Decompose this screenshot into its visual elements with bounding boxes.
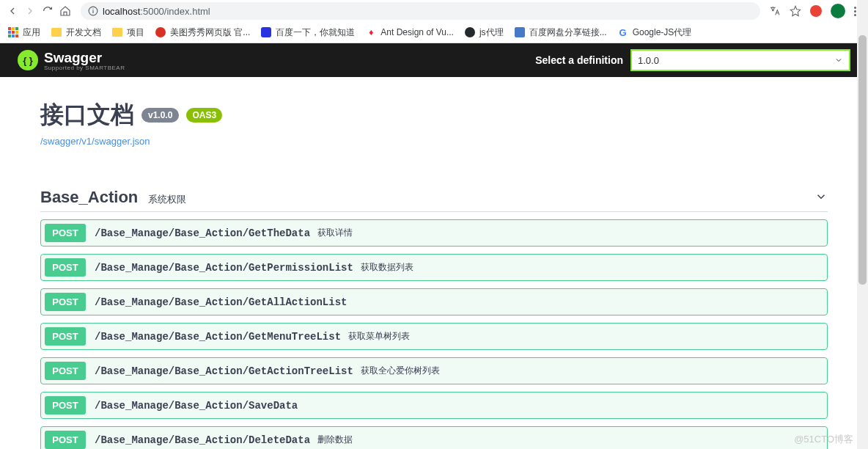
operation-row[interactable]: POST/Base_Manage/Base_Action/GetAllActio… (40, 288, 828, 315)
operation-path: /Base_Manage/Base_Action/DeleteData (95, 434, 310, 446)
bookmark-label: js代理 (479, 26, 504, 39)
bookmark-label: 百度网盘分享链接... (529, 26, 607, 39)
bookmark-label: 应用 (23, 26, 40, 39)
operation-desc: 获取详情 (317, 227, 353, 239)
operation-path: /Base_Manage/Base_Action/GetTheData (95, 227, 310, 239)
bookmark-docs[interactable]: 开发文档 (51, 26, 101, 39)
http-method-badge: POST (45, 224, 86, 242)
bookmark-label: Google-JS代理 (633, 26, 692, 39)
operation-path: /Base_Manage/Base_Action/SaveData (95, 400, 298, 412)
extension-icon-1[interactable] (810, 5, 822, 17)
http-method-badge: POST (45, 327, 86, 346)
definition-value: 1.0.0 (638, 55, 659, 66)
right-icons (769, 4, 862, 18)
http-method-badge: POST (45, 396, 86, 415)
forward-icon[interactable] (23, 4, 37, 18)
operation-row[interactable]: POST/Base_Manage/Base_Action/GetPermissi… (40, 254, 828, 281)
tag-name: Base_Action (40, 188, 138, 207)
swagger-brand-sub: Supported by SMARTBEAR (44, 65, 125, 71)
api-title: 接口文档 (40, 99, 134, 131)
operation-path: /Base_Manage/Base_Action/GetMenuTreeList (95, 331, 341, 343)
oas-badge: OAS3 (186, 108, 222, 123)
bookmark-baidu[interactable]: 百度一下，你就知道 (260, 26, 355, 39)
definition-label: Select a definition (535, 54, 623, 66)
swagger-logo[interactable]: { } Swagger Supported by SMARTBEAR (18, 50, 125, 71)
browser-chrome: localhost:5000/index.html 应用 开发文档 项目 美图秀… (0, 0, 868, 43)
home-icon[interactable] (59, 4, 72, 18)
operation-path: /Base_Manage/Base_Action/GetPermissionLi… (95, 262, 353, 274)
chevron-down-icon (834, 56, 843, 65)
bookmark-label: 项目 (127, 26, 144, 39)
bookmark-projects[interactable]: 项目 (111, 26, 144, 39)
definition-selector: Select a definition 1.0.0 (535, 49, 850, 71)
scrollbar-thumb[interactable] (858, 35, 867, 285)
operation-desc: 删除数据 (317, 434, 353, 446)
bookmark-jsproxy[interactable]: js代理 (464, 26, 504, 39)
back-icon[interactable] (6, 4, 19, 18)
swagger-badge-icon: { } (18, 50, 38, 70)
swagger-topbar: { } Swagger Supported by SMARTBEAR Selec… (0, 43, 868, 77)
translate-icon[interactable] (769, 5, 781, 17)
operation-desc: 获取全心爱你树列表 (361, 365, 440, 377)
nav-row: localhost:5000/index.html (0, 0, 868, 22)
operation-row[interactable]: POST/Base_Manage/Base_Action/DeleteData删… (40, 426, 828, 449)
scrollbar-track[interactable] (857, 0, 868, 449)
bookmark-label: 开发文档 (66, 26, 101, 39)
spec-link[interactable]: /swagger/v1/swagger.json (40, 136, 150, 147)
operation-row[interactable]: POST/Base_Manage/Base_Action/GetActionTr… (40, 357, 828, 384)
bookmark-label: 美图秀秀网页版 官... (170, 26, 250, 39)
api-title-row: 接口文档 v1.0.0 OAS3 (40, 99, 828, 131)
definition-select[interactable]: 1.0.0 (630, 49, 850, 71)
info-icon (88, 6, 98, 16)
operations-list: POST/Base_Manage/Base_Action/GetTheData获… (40, 219, 828, 449)
tag-desc: 系统权限 (148, 193, 186, 206)
operation-row[interactable]: POST/Base_Manage/Base_Action/GetTheData获… (40, 219, 828, 247)
kebab-menu-icon[interactable] (854, 7, 856, 16)
http-method-badge: POST (45, 362, 86, 380)
version-badge: v1.0.0 (141, 108, 179, 123)
apps-shortcut[interactable]: 应用 (7, 26, 40, 39)
swagger-brand-text: Swagger (44, 50, 125, 66)
operation-desc: 获取数据列表 (361, 261, 413, 274)
http-method-badge: POST (45, 258, 86, 277)
tag-section-base-action: Base_Action 系统权限 POST/Base_Manage/Base_A… (40, 183, 828, 449)
watermark: @51CTO博客 (794, 433, 853, 446)
reload-icon[interactable] (41, 4, 54, 18)
http-method-badge: POST (45, 293, 86, 311)
bookmark-googlejs[interactable]: GGoogle-JS代理 (617, 26, 692, 39)
operation-row[interactable]: POST/Base_Manage/Base_Action/GetMenuTree… (40, 323, 828, 350)
bookmark-meitu[interactable]: 美图秀秀网页版 官... (155, 26, 250, 39)
bookmark-label: Ant Design of Vu... (380, 27, 454, 37)
svg-point-2 (92, 9, 93, 10)
address-bar[interactable]: localhost:5000/index.html (81, 2, 760, 20)
chevron-down-icon (814, 190, 828, 205)
bookmark-baidupan[interactable]: 百度网盘分享链接... (514, 26, 607, 39)
http-method-badge: POST (45, 431, 86, 449)
operation-desc: 获取菜单树列表 (348, 330, 410, 343)
profile-avatar-icon[interactable] (831, 4, 845, 18)
tag-header[interactable]: Base_Action 系统权限 (40, 183, 828, 212)
bookmark-bar: 应用 开发文档 项目 美图秀秀网页版 官... 百度一下，你就知道 ♦Ant D… (0, 22, 868, 43)
operation-path: /Base_Manage/Base_Action/GetActionTreeLi… (95, 365, 353, 377)
bookmark-antd[interactable]: ♦Ant Design of Vu... (365, 26, 454, 38)
url-text: localhost:5000/index.html (103, 6, 210, 17)
star-icon[interactable] (790, 5, 801, 17)
swagger-content: 接口文档 v1.0.0 OAS3 /swagger/v1/swagger.jso… (0, 77, 868, 449)
operation-path: /Base_Manage/Base_Action/GetAllActionLis… (95, 296, 347, 308)
bookmark-label: 百度一下，你就知道 (276, 26, 355, 39)
operation-row[interactable]: POST/Base_Manage/Base_Action/SaveData (40, 392, 828, 419)
